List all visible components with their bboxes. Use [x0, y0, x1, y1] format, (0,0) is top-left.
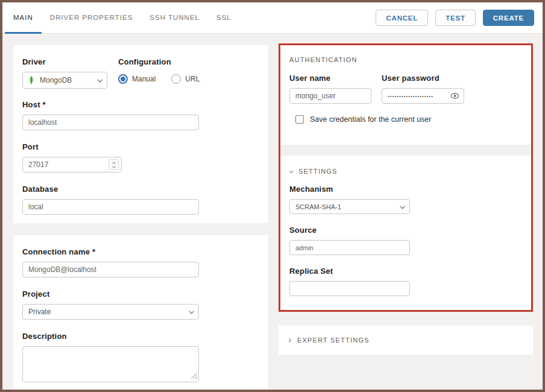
connection-name-label: Connection name * [22, 247, 259, 256]
tab-driver-properties[interactable]: DRIVER PROPERTIES [42, 2, 142, 34]
tab-ssh-tunnel[interactable]: SSH TUNNEL [141, 2, 208, 34]
host-label: Host * [22, 100, 259, 109]
configuration-url-radio[interactable]: URL [171, 74, 200, 84]
configuration-url-label: URL [185, 75, 200, 83]
connection-params-card: Driver MongoDB Configuration Ma [13, 45, 268, 223]
radio-selected-icon [118, 74, 128, 84]
save-credentials-label: Save credentials for the current user [310, 115, 432, 124]
connection-dialog-window: MAIN DRIVER PROPERTIES SSH TUNNEL SSL CA… [0, 0, 545, 392]
test-button[interactable]: TEST [435, 10, 476, 26]
cancel-button[interactable]: CANCEL [376, 10, 428, 26]
mechanism-select-value: SCRAM-SHA-1 [295, 203, 400, 210]
tab-driver-properties-label: DRIVER PROPERTIES [50, 14, 133, 21]
section-gap [280, 145, 531, 156]
tab-bar: MAIN DRIVER PROPERTIES SSH TUNNEL SSL [5, 2, 240, 33]
tab-ssl[interactable]: SSL [208, 2, 240, 34]
chevron-down-icon [289, 169, 294, 173]
chevron-down-icon [400, 204, 405, 209]
stepper-down-icon [112, 165, 116, 168]
tab-ssh-tunnel-label: SSH TUNNEL [150, 14, 200, 21]
chevron-down-icon [189, 309, 194, 314]
mongodb-leaf-icon [28, 76, 34, 85]
replica-set-label: Replica Set [289, 267, 522, 276]
connection-identity-card: Connection name * Project Private Descri… [13, 235, 268, 390]
source-label: Source [289, 226, 522, 235]
radio-unselected-icon [171, 74, 181, 84]
header-bar: MAIN DRIVER PROPERTIES SSH TUNNEL SSL CA… [2, 2, 543, 34]
chevron-right-icon [287, 338, 291, 342]
configuration-label: Configuration [118, 57, 200, 66]
replica-set-input[interactable] [289, 281, 410, 296]
source-input[interactable] [289, 240, 410, 255]
mechanism-select[interactable]: SCRAM-SHA-1 [289, 199, 410, 214]
user-name-label: User name [289, 74, 382, 83]
authentication-section-title: AUTHENTICATION [289, 56, 522, 63]
project-label: Project [22, 289, 259, 299]
expert-settings-title: EXPERT SETTINGS [297, 337, 370, 344]
database-label: Database [22, 185, 259, 194]
header-actions: CANCEL TEST CREATE [376, 2, 534, 33]
configuration-manual-label: Manual [132, 75, 156, 83]
driver-select[interactable]: MongoDB [22, 72, 107, 89]
tab-main-label: MAIN [13, 14, 33, 21]
user-password-label: User password [382, 74, 464, 83]
settings-section-title: SETTINGS [298, 168, 338, 175]
database-input[interactable] [22, 199, 199, 215]
port-label: Port [22, 142, 259, 151]
host-input[interactable] [22, 115, 199, 130]
port-input[interactable] [22, 157, 122, 172]
connection-name-input[interactable] [22, 262, 199, 277]
description-textarea[interactable] [22, 346, 199, 382]
authentication-card: AUTHENTICATION User name User password [280, 45, 531, 145]
port-stepper[interactable] [109, 159, 119, 170]
driver-select-value: MongoDB [40, 76, 98, 84]
user-name-input[interactable] [289, 88, 371, 104]
create-button[interactable]: CREATE [483, 10, 534, 26]
configuration-manual-radio[interactable]: Manual [118, 74, 156, 84]
project-select[interactable]: Private [22, 304, 199, 320]
expert-settings-card: EXPERT SETTINGS [279, 326, 533, 355]
settings-card: SETTINGS Mechanism SCRAM-SHA-1 Source Re… [280, 156, 531, 310]
description-label: Description [22, 332, 259, 341]
chevron-down-icon [97, 77, 102, 82]
tab-ssl-label: SSL [216, 14, 232, 21]
mechanism-label: Mechanism [289, 185, 522, 194]
driver-label: Driver [22, 57, 118, 66]
tab-main[interactable]: MAIN [5, 2, 42, 34]
save-credentials-checkbox-row[interactable]: Save credentials for the current user [295, 115, 522, 124]
settings-section-header[interactable]: SETTINGS [280, 156, 531, 175]
eye-icon[interactable] [450, 92, 459, 100]
checkbox-unchecked-icon[interactable] [295, 115, 304, 124]
expert-settings-header[interactable]: EXPERT SETTINGS [288, 337, 370, 344]
authentication-highlight-box: AUTHENTICATION User name User password [279, 43, 533, 312]
project-select-value: Private [28, 308, 189, 316]
